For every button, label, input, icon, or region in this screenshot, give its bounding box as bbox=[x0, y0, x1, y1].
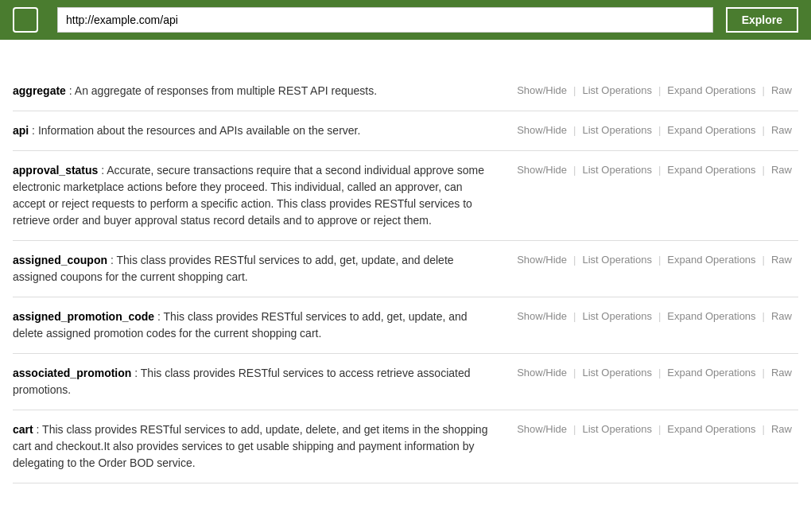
api-row: assigned_promotion_code : This class pro… bbox=[13, 297, 798, 354]
list-operations-link[interactable]: List Operations bbox=[576, 310, 658, 322]
logo-area bbox=[13, 7, 45, 33]
api-name: cart bbox=[13, 423, 33, 436]
api-name: api bbox=[13, 124, 29, 137]
logo-icon bbox=[13, 7, 38, 33]
expand-operations-link[interactable]: Expand Operations bbox=[661, 310, 762, 322]
show-hide-link[interactable]: Show/Hide bbox=[510, 124, 573, 136]
api-row: cart : This class provides RESTful servi… bbox=[13, 410, 798, 483]
api-description: assigned_coupon : This class provides RE… bbox=[13, 252, 498, 285]
api-name: aggregate bbox=[13, 84, 66, 97]
raw-link[interactable]: Raw bbox=[765, 124, 798, 136]
list-operations-link[interactable]: List Operations bbox=[576, 84, 658, 96]
show-hide-link[interactable]: Show/Hide bbox=[510, 254, 573, 266]
api-actions: Show/Hide|List Operations|Expand Operati… bbox=[510, 252, 798, 266]
expand-operations-link[interactable]: Expand Operations bbox=[661, 124, 762, 136]
api-name: assigned_promotion_code bbox=[13, 310, 154, 323]
list-operations-link[interactable]: List Operations bbox=[576, 254, 658, 266]
api-description: aggregate : An aggregate of responses fr… bbox=[13, 83, 498, 99]
api-list: aggregate : An aggregate of responses fr… bbox=[13, 72, 798, 483]
list-operations-link[interactable]: List Operations bbox=[576, 124, 658, 136]
show-hide-link[interactable]: Show/Hide bbox=[510, 367, 573, 379]
api-actions: Show/Hide|List Operations|Expand Operati… bbox=[510, 309, 798, 322]
raw-link[interactable]: Raw bbox=[765, 254, 798, 266]
show-hide-link[interactable]: Show/Hide bbox=[510, 310, 573, 322]
api-description: associated_promotion : This class provid… bbox=[13, 365, 498, 398]
raw-link[interactable]: Raw bbox=[765, 367, 798, 379]
api-actions: Show/Hide|List Operations|Expand Operati… bbox=[510, 421, 798, 435]
raw-link[interactable]: Raw bbox=[765, 310, 798, 322]
api-row: assigned_coupon : This class provides RE… bbox=[13, 241, 798, 297]
api-actions: Show/Hide|List Operations|Expand Operati… bbox=[510, 162, 798, 176]
api-row: api : Information about the resources an… bbox=[13, 111, 798, 151]
raw-link[interactable]: Raw bbox=[765, 84, 798, 96]
page-wrapper: Explore aggregate : An aggregate of resp… bbox=[0, 0, 811, 532]
api-description: api : Information about the resources an… bbox=[13, 122, 498, 139]
api-desc-text: : An aggregate of responses from multipl… bbox=[66, 84, 377, 97]
expand-operations-link[interactable]: Expand Operations bbox=[661, 164, 762, 176]
explore-button[interactable]: Explore bbox=[726, 7, 798, 33]
expand-operations-link[interactable]: Expand Operations bbox=[661, 254, 762, 266]
expand-operations-link[interactable]: Expand Operations bbox=[661, 367, 762, 379]
api-description: cart : This class provides RESTful servi… bbox=[13, 421, 498, 472]
raw-link[interactable]: Raw bbox=[765, 423, 798, 435]
api-name: associated_promotion bbox=[13, 367, 131, 379]
api-name: approval_status bbox=[13, 164, 98, 177]
api-desc-text: : Information about the resources and AP… bbox=[29, 124, 360, 137]
api-description: assigned_promotion_code : This class pro… bbox=[13, 309, 498, 342]
api-row: associated_promotion : This class provid… bbox=[13, 354, 798, 410]
expand-operations-link[interactable]: Expand Operations bbox=[661, 423, 762, 435]
api-name: assigned_coupon bbox=[13, 254, 107, 266]
content-area[interactable]: Explore aggregate : An aggregate of resp… bbox=[0, 0, 811, 532]
api-row: aggregate : An aggregate of responses fr… bbox=[13, 72, 798, 111]
url-input[interactable] bbox=[57, 7, 713, 33]
api-desc-text: : This class provides RESTful services t… bbox=[13, 423, 487, 469]
api-actions: Show/Hide|List Operations|Expand Operati… bbox=[510, 83, 798, 96]
expand-operations-link[interactable]: Expand Operations bbox=[661, 84, 762, 96]
list-operations-link[interactable]: List Operations bbox=[576, 367, 658, 379]
api-actions: Show/Hide|List Operations|Expand Operati… bbox=[510, 365, 798, 379]
show-hide-link[interactable]: Show/Hide bbox=[510, 164, 573, 176]
list-operations-link[interactable]: List Operations bbox=[576, 423, 658, 435]
header: Explore bbox=[0, 0, 811, 40]
api-description: approval_status : Accurate, secure trans… bbox=[13, 162, 498, 229]
main-content: aggregate : An aggregate of responses fr… bbox=[0, 40, 811, 496]
show-hide-link[interactable]: Show/Hide bbox=[510, 423, 573, 435]
api-actions: Show/Hide|List Operations|Expand Operati… bbox=[510, 122, 798, 136]
raw-link[interactable]: Raw bbox=[765, 164, 798, 176]
show-hide-link[interactable]: Show/Hide bbox=[510, 84, 573, 96]
list-operations-link[interactable]: List Operations bbox=[576, 164, 658, 176]
api-row: approval_status : Accurate, secure trans… bbox=[13, 151, 798, 241]
